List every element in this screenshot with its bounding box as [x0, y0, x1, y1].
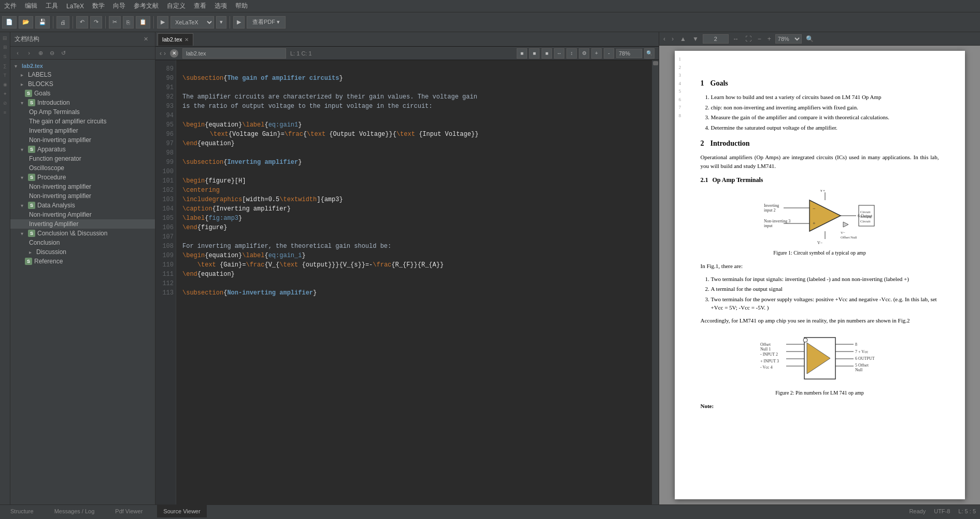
svg-text:Circuit: Circuit — [860, 210, 870, 214]
scrollbar-thumb[interactable] — [653, 61, 658, 65]
sidebar-icon-7[interactable]: ✦ — [2, 90, 8, 97]
status-tab-pdf-viewer[interactable]: Pdf Viewer — [109, 505, 149, 517]
compiler-select[interactable]: XeLaTeX PDFLaTeX LuaLaTeX — [171, 16, 214, 29]
editor-expand-button[interactable]: ↕ — [566, 48, 577, 59]
struct-expand-button[interactable]: ⊕ — [35, 48, 46, 58]
editor-toggle-1-button[interactable]: ■ — [517, 48, 527, 59]
editor-right-scrollbar[interactable] — [651, 60, 659, 504]
pdf-page-down-button[interactable]: ▼ — [690, 34, 701, 44]
pdf-nav-prev-button[interactable]: ‹ — [661, 34, 667, 44]
open-file-button[interactable]: 📂 — [19, 16, 33, 29]
tree-item-goals[interactable]: S Goals — [10, 89, 155, 98]
tree-item-apparatus[interactable]: ▾ S Apparatus — [10, 145, 155, 154]
run-button[interactable]: ▶ — [157, 16, 168, 29]
struct-nav-prev-button[interactable]: ‹ — [12, 48, 23, 58]
editor-collapse-button[interactable]: ↔ — [554, 48, 564, 59]
editor-toggle-3-button[interactable]: ■ — [542, 48, 552, 59]
code-editor[interactable]: \subsection{The gain of amplifier circui… — [176, 60, 651, 504]
undo-button[interactable]: ↶ — [76, 16, 88, 29]
tree-item-oscilloscope[interactable]: Oscilloscope — [10, 163, 155, 173]
editor-nav-prev-button[interactable]: ‹ — [160, 50, 162, 57]
tree-item-gain[interactable]: The gain of amplifier circuits — [10, 117, 155, 126]
tree-item-introduction[interactable]: ▾ S Introduction — [10, 98, 155, 107]
sidebar-icon-4[interactable]: ∑ — [2, 62, 7, 69]
editor-toggle-2-button[interactable]: ■ — [529, 48, 539, 59]
pdf-zoom-select[interactable]: 78% 100% 125% 50% — [775, 34, 802, 44]
menu-options[interactable]: 选项 — [215, 2, 227, 10]
tree-item-root[interactable]: ▾ lab2.tex — [10, 62, 155, 70]
svg-text:5 Offset: 5 Offset — [855, 363, 869, 368]
struct-nav-next-button[interactable]: › — [24, 48, 34, 58]
menu-bibliography[interactable]: 参考文献 — [134, 2, 159, 10]
menu-edit[interactable]: 编辑 — [25, 2, 37, 10]
tree-item-inverting-amplifier[interactable]: Inverting Amplifier — [10, 219, 155, 229]
sidebar-icon-1[interactable]: ▤ — [2, 34, 8, 41]
status-tab-source-viewer[interactable]: Source Viewer — [157, 505, 206, 517]
editor-nav-next-button[interactable]: › — [164, 50, 166, 57]
paste-button[interactable]: 📋 — [136, 16, 150, 29]
pdf-zoom-out-button[interactable]: − — [756, 34, 763, 44]
tree-item-reference[interactable]: S Reference — [10, 257, 155, 266]
tree-item-noninverting-data[interactable]: Non-inverting Amplifier — [10, 210, 155, 219]
menu-custom[interactable]: 自定义 — [167, 2, 186, 10]
doc-structure-close-button[interactable]: ✕ — [140, 34, 151, 45]
status-tab-messages[interactable]: Messages / Log — [48, 505, 101, 517]
menu-math[interactable]: 数学 — [92, 2, 105, 10]
sidebar-icon-2[interactable]: ⊞ — [2, 44, 8, 51]
copy-button[interactable]: ⎘ — [123, 16, 134, 29]
editor-close-x-button[interactable]: ✕ — [170, 49, 178, 58]
sidebar-icon-3[interactable]: S — [2, 53, 7, 60]
run-view-button[interactable]: ▶ — [233, 16, 245, 29]
cut-button[interactable]: ✂ — [109, 16, 121, 29]
redo-button[interactable]: ↷ — [90, 16, 102, 29]
pdf-page-up-button[interactable]: ▲ — [678, 34, 688, 44]
tree-item-op-amp[interactable]: Op Amp Terminals — [10, 107, 155, 117]
editor-search-button[interactable]: 🔍 — [644, 48, 655, 59]
tree-item-procedure[interactable]: ▾ S Procedure — [10, 173, 155, 182]
pdf-fullscreen-button[interactable]: ⛶ — [743, 34, 754, 44]
tree-item-discussion[interactable]: ▸ Discussion — [10, 247, 155, 257]
tree-item-labels[interactable]: ▸ LABELS — [10, 70, 155, 79]
compiler-dropdown-button[interactable]: ▾ — [216, 16, 226, 29]
pdf-nav-next-button[interactable]: › — [670, 34, 676, 44]
editor-zoom-input[interactable] — [616, 49, 642, 58]
pdf-sync-button[interactable]: ↔ — [731, 34, 741, 44]
editor-settings-button[interactable]: ⚙ — [579, 48, 589, 59]
struct-collapse-button[interactable]: ⊖ — [47, 48, 57, 58]
new-file-button[interactable]: 📄 — [2, 16, 17, 29]
save-file-button[interactable]: 💾 — [35, 16, 50, 29]
sidebar-icon-9[interactable]: ≡ — [3, 109, 7, 116]
editor-tab-lab2[interactable]: lab2.tex ✕ — [158, 33, 193, 46]
editor-path-input[interactable] — [182, 48, 286, 59]
tree-item-blocks[interactable]: ▸ BLOCKS — [10, 79, 155, 89]
struct-refresh-button[interactable]: ↺ — [58, 48, 68, 58]
tree-item-noninverting-proc1[interactable]: Non-inverting amplifier — [10, 182, 155, 191]
pdf-zoom-in-button[interactable]: + — [765, 34, 773, 44]
tree-item-data-analysis[interactable]: ▾ S Data Analysis — [10, 201, 155, 210]
tree-label-conclusion-discussion: Conclusion \& Discussion — [37, 230, 107, 237]
sidebar-icon-8[interactable]: ⊘ — [2, 100, 8, 107]
sidebar-icon-5[interactable]: T — [3, 72, 8, 79]
sidebar-icon-6[interactable]: ◉ — [2, 81, 8, 88]
menu-file[interactable]: 文件 — [4, 2, 17, 10]
tree-item-noninverting-proc2[interactable]: Non-inverting amplifier — [10, 191, 155, 201]
tree-item-noninverting-intro[interactable]: Non-inverting amplifier — [10, 135, 155, 145]
menu-view[interactable]: 查看 — [194, 2, 206, 10]
menu-wizard[interactable]: 向导 — [113, 2, 125, 10]
editor-tab-close-icon[interactable]: ✕ — [184, 37, 189, 43]
editor-zoom-out-button[interactable]: - — [604, 48, 614, 59]
menu-tools[interactable]: 工具 — [46, 2, 58, 10]
pdf-page-input[interactable] — [703, 34, 729, 44]
tree-item-conclusion[interactable]: Conclusion — [10, 238, 155, 247]
view-pdf-button[interactable]: 查看PDF ▾ — [247, 16, 286, 29]
pdf-content[interactable]: 12345 678 1 Goals Learn how to build and… — [659, 46, 980, 504]
tree-item-conclusion-discussion[interactable]: ▾ S Conclusion \& Discussion — [10, 229, 155, 238]
menu-latex[interactable]: LaTeX — [66, 3, 84, 10]
status-tab-structure[interactable]: Structure — [4, 505, 40, 517]
print-button[interactable]: 🖨 — [56, 16, 69, 29]
pdf-search-button[interactable]: 🔍 — [804, 34, 816, 44]
tree-item-function-gen[interactable]: Function generator — [10, 154, 155, 163]
menu-help[interactable]: 帮助 — [235, 2, 248, 10]
editor-zoom-in-button[interactable]: + — [591, 48, 602, 59]
tree-item-inverting[interactable]: Inverting amplifier — [10, 126, 155, 135]
